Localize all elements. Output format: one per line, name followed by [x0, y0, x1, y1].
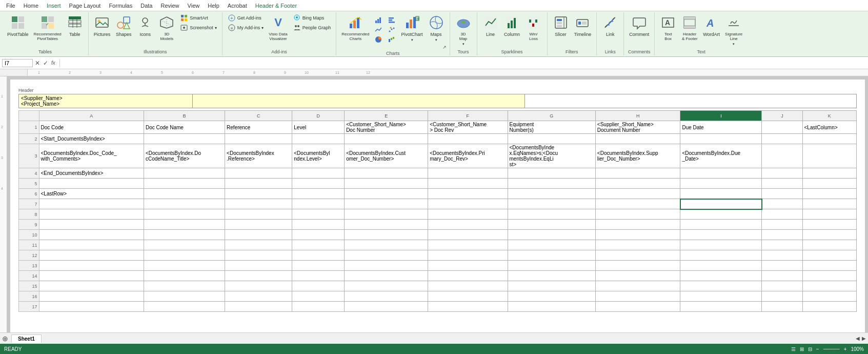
cell-K6[interactable] — [802, 189, 857, 199]
win-loss-button[interactable]: Win/Loss — [523, 13, 544, 42]
charts-expand-icon[interactable]: ↗ — [442, 45, 447, 50]
cell-H5[interactable] — [595, 179, 680, 189]
col-header-B[interactable]: B — [144, 111, 225, 121]
cell-B4[interactable] — [144, 168, 225, 179]
cell-D4[interactable] — [292, 168, 345, 179]
cell-A5[interactable] — [39, 179, 144, 189]
cancel-formula-icon[interactable]: ✕ — [35, 60, 40, 67]
recommended-pivot-button[interactable]: ✓ RecommendedPivotTables — [32, 13, 64, 42]
formula-input[interactable] — [64, 60, 866, 67]
cell-E1[interactable]: <Customer_Short_Name>Doc Number — [345, 121, 428, 134]
cell-F5[interactable] — [428, 179, 508, 189]
slicer-button[interactable]: Slicer — [551, 13, 571, 38]
cell-I5[interactable] — [680, 179, 762, 189]
pictures-button[interactable]: Pictures — [92, 13, 113, 38]
zoom-out-icon[interactable]: − — [816, 346, 819, 352]
col-header-G[interactable]: G — [508, 111, 595, 121]
cell-C3[interactable]: <DocumentsByIndex.Reference> — [225, 144, 292, 168]
cell-F1[interactable]: <Customer_Short_Name> Doc Rev — [428, 121, 508, 134]
menu-header-footer[interactable]: Header & Footer — [251, 2, 301, 10]
signature-line-button[interactable]: SignatureLine ▾ — [723, 13, 744, 47]
col-header-E[interactable]: E — [345, 111, 428, 121]
col-header-H[interactable]: H — [595, 111, 680, 121]
view-layout-icon[interactable]: ⊞ — [800, 346, 804, 352]
cell-reference-input[interactable] — [2, 59, 33, 67]
menu-formulas[interactable]: Formulas — [105, 2, 136, 10]
cell-F2[interactable] — [428, 134, 508, 144]
scroll-left-icon[interactable]: ◀ — [856, 336, 860, 341]
cell-E2[interactable] — [345, 134, 428, 144]
cell-K2[interactable] — [802, 134, 857, 144]
cell-A6[interactable]: <LastRow> — [39, 189, 144, 199]
header-footer-button[interactable]: Header& Footer — [679, 13, 700, 42]
cell-A2[interactable]: <Start_DocumentsByIndex> — [39, 134, 144, 144]
people-graph-button[interactable]: People Graph — [291, 23, 333, 32]
cell-E6[interactable] — [345, 189, 428, 199]
cell-G7[interactable] — [508, 199, 595, 209]
menu-review[interactable]: Review — [156, 2, 183, 10]
view-normal-icon[interactable]: ☰ — [791, 346, 796, 352]
cell-H4[interactable] — [595, 168, 680, 179]
cell-B7[interactable] — [144, 199, 225, 209]
scroll-right-icon[interactable]: ▶ — [862, 336, 866, 341]
cell-E5[interactable] — [345, 179, 428, 189]
cell-H6[interactable] — [595, 189, 680, 199]
cell-K5[interactable] — [802, 179, 857, 189]
cell-G3[interactable]: <DocumentsByIndex.EqNames>s;<DocumentsBy… — [508, 144, 595, 168]
my-addins-button[interactable]: ≡ My Add-ins ▾ — [226, 23, 266, 32]
confirm-formula-icon[interactable]: ✓ — [43, 60, 48, 67]
add-sheet-button[interactable]: ⊕ — [2, 335, 8, 343]
menu-file[interactable]: File — [2, 2, 19, 10]
col-header-K[interactable]: K — [802, 111, 857, 121]
cell-G1[interactable]: EquipmentNumber(s) — [508, 121, 595, 134]
menu-insert[interactable]: Insert — [43, 2, 65, 10]
cell-G2[interactable] — [508, 134, 595, 144]
col-header-I[interactable]: I — [680, 111, 762, 121]
cell-J5[interactable] — [762, 179, 802, 189]
cell-G5[interactable] — [508, 179, 595, 189]
timeline-button[interactable]: Timeline — [572, 13, 594, 38]
icons-button[interactable]: Icons — [135, 13, 155, 38]
cell-A3[interactable]: <DocumentsByIndex.Doc_Code_with_Comments… — [39, 144, 144, 168]
column-chart-button[interactable] — [372, 15, 385, 25]
cell-E4[interactable] — [345, 168, 428, 179]
pivot-table-button[interactable]: PivotTable — [5, 13, 31, 38]
cell-C5[interactable] — [225, 179, 292, 189]
sheet-tab-1[interactable]: Sheet1 — [11, 335, 42, 343]
menu-page-layout[interactable]: Page Layout — [65, 2, 105, 10]
recommended-charts-button[interactable]: ✓ RecommendedCharts — [339, 13, 371, 42]
3d-models-button[interactable]: 3DModels — [156, 13, 177, 42]
menu-view[interactable]: View — [184, 2, 204, 10]
cell-D3[interactable]: <DocumentsBylndex.Level> — [292, 144, 345, 168]
cell-I3[interactable]: <DocumentsByIndex.Due_Date> — [680, 144, 762, 168]
bar-chart-button[interactable] — [386, 15, 398, 25]
cell-F6[interactable] — [428, 189, 508, 199]
supplier-name-cell[interactable]: <Supplier_Name> <Project_Name> — [18, 94, 193, 108]
page-area[interactable]: Header <Supplier_Name> <Project_Name> — [7, 76, 868, 332]
cell-H2[interactable] — [595, 134, 680, 144]
cell-K7[interactable] — [802, 199, 857, 209]
wordart-button[interactable]: A WordArt — [701, 13, 722, 38]
col-header-C[interactable]: C — [225, 111, 292, 121]
cell-C6[interactable] — [225, 189, 292, 199]
insert-function-icon[interactable]: fx — [51, 60, 55, 66]
cell-F3[interactable]: <DocumentsByIndex.Primary_Doc_Rev> — [428, 144, 508, 168]
cell-C4[interactable] — [225, 168, 292, 179]
col-header-D[interactable]: D — [292, 111, 345, 121]
shapes-button[interactable]: Shapes — [113, 13, 134, 38]
col-header-J[interactable]: J — [762, 111, 802, 121]
cell-J6[interactable] — [762, 189, 802, 199]
get-addins-button[interactable]: + Get Add-ins — [226, 13, 266, 23]
cell-G6[interactable] — [508, 189, 595, 199]
text-box-button[interactable]: A TextBox — [658, 13, 678, 42]
pivot-chart-button[interactable]: ⊞ PivotChart ▾ — [399, 13, 425, 43]
col-header-A[interactable]: A — [39, 111, 144, 121]
cell-A8[interactable] — [39, 209, 144, 220]
cell-C2[interactable] — [225, 134, 292, 144]
cell-D7[interactable] — [292, 199, 345, 209]
maps-button[interactable]: Maps ▾ — [426, 13, 447, 43]
menu-home[interactable]: Home — [19, 2, 43, 10]
cell-B5[interactable] — [144, 179, 225, 189]
bing-maps-button[interactable]: Bing Maps — [291, 13, 333, 23]
table-button[interactable]: Table — [65, 13, 85, 38]
